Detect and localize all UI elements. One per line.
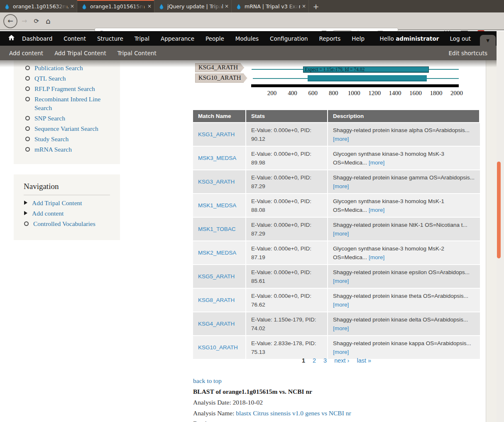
tab-close-icon[interactable]: × — [70, 3, 74, 9]
admin-menu-item[interactable]: People — [206, 35, 224, 42]
shortcut-item[interactable]: Tripal Content — [117, 50, 157, 56]
more-link[interactable]: [more] — [369, 254, 384, 260]
sidebar-search-link[interactable]: Recombinant Inbred Line Search — [34, 95, 116, 112]
admin-menu-item[interactable]: Modules — [235, 35, 259, 42]
pagination: 1 23 next › last » — [193, 357, 480, 364]
tab-title-fade — [133, 1, 144, 12]
admin-menu-item[interactable]: Structure — [97, 35, 123, 42]
list-item: mRNA Search — [25, 145, 116, 154]
more-link[interactable]: [more] — [333, 183, 349, 189]
list-item: Study Search — [25, 135, 116, 143]
match-name-link[interactable]: MSK3_MEDSA — [198, 155, 236, 161]
description-text: Shaggy-related protein kinase NtK-1 OS=N… — [333, 222, 467, 228]
match-name-link[interactable]: MSK2_MEDSA — [198, 250, 236, 256]
sidebar-search-link[interactable]: SNP Search — [34, 114, 65, 123]
hsp-bar[interactable]: Expect = 1.15e-179, Id = 74.02 — [303, 66, 428, 73]
more-link[interactable]: [more] — [333, 325, 349, 331]
table-row: KSG1_ARATH E-Value: 0.000e+0, PID: 90.12… — [193, 122, 480, 146]
admin-menu-item[interactable]: Content — [64, 35, 86, 42]
page-link[interactable]: 3 — [323, 357, 327, 364]
sidebar-search-link[interactable]: Sequence Variant Search — [34, 124, 98, 133]
sidebar-search-link[interactable]: mRNA Search — [34, 145, 72, 154]
tab-close-icon[interactable]: × — [302, 3, 306, 9]
content-edge-line — [486, 60, 486, 422]
match-name-link[interactable]: KSG8_ARATH — [198, 297, 235, 303]
hit-track-label[interactable]: KSG10_ARATH — [195, 74, 247, 83]
admin-menu-item[interactable]: Configuration — [270, 35, 308, 42]
table-row: MSK3_MEDSA E-Value: 0.000e+0, PID: 89.98… — [193, 146, 480, 169]
home-button[interactable]: ⌂ — [46, 17, 50, 25]
match-name-link[interactable]: KSG1_ARATH — [198, 131, 235, 137]
last-page-link[interactable]: last » — [357, 357, 371, 364]
axis-tick-label: 1600 — [409, 90, 422, 97]
back-to-top-link[interactable]: back to top — [193, 377, 222, 385]
admin-menu-item[interactable]: Appearance — [161, 35, 194, 42]
browser-tab[interactable]: orange1.1g015615m | Tri × — [77, 0, 154, 12]
admin-menu-item[interactable]: Help — [352, 35, 365, 42]
match-name-link[interactable]: MSK1_TOBAC — [198, 226, 236, 232]
scrollbar-thumb[interactable] — [497, 162, 501, 258]
shortcut-item[interactable]: Add Tripal Content — [54, 50, 106, 56]
admin-menu-item[interactable]: Reports — [319, 35, 341, 42]
back-button[interactable]: ← — [3, 14, 17, 28]
reload-button[interactable]: ⟳ — [34, 17, 39, 25]
sidebar-search-link[interactable]: Publication Search — [34, 64, 83, 72]
browser-tab[interactable]: mRNA | Tripal v3 Exampl × — [232, 0, 309, 12]
sidebar-nav-link[interactable]: Add content — [32, 209, 64, 218]
hsp-bar[interactable] — [308, 75, 427, 81]
browser-tab[interactable]: orange1.1g015632m.g | T × — [0, 0, 77, 12]
axis-tick-label: 400 — [288, 90, 297, 97]
nav-bullet — [24, 201, 27, 205]
description-text: Shaggy-related protein kinase kappa OS=A… — [333, 340, 471, 346]
match-name-link[interactable]: KSG4_ARATH — [198, 321, 235, 327]
stats-cell: E-Value: 0.000e+0, PID: 88.08 — [246, 193, 328, 217]
browser-tab[interactable]: jQuery update | Tripal v3 × — [154, 0, 232, 12]
hit-track-label[interactable]: KSG4_ARATH — [195, 63, 244, 72]
more-link[interactable]: [more] — [369, 159, 384, 166]
more-link[interactable]: [more] — [333, 136, 349, 142]
hsp-tooltip: Expect = 1.15e-179, Id = 74.02 — [305, 67, 365, 72]
axis-tick-label: 800 — [329, 90, 338, 97]
list-item: RFLP Fragment Search — [25, 84, 116, 93]
sidebar-nav-link[interactable]: Controlled Vocabularies — [33, 219, 95, 228]
axis-tick-label: 200 — [267, 90, 277, 97]
more-link[interactable]: [more] — [333, 278, 349, 284]
caret-down-icon: ▼ — [486, 38, 489, 43]
sidebar-search-link[interactable]: Study Search — [34, 135, 69, 143]
scrollbar-track[interactable] — [497, 31, 504, 422]
admin-menu-item[interactable]: Tripal — [135, 35, 149, 42]
more-link[interactable]: [more] — [369, 207, 384, 213]
tab-close-icon[interactable]: × — [225, 3, 229, 9]
analysis-name-link[interactable]: blastx Citrus sinensis v1.0 genes vs NCB… — [236, 410, 351, 417]
admin-menu-item[interactable]: Dashboard — [22, 35, 52, 42]
admin-home-icon[interactable] — [8, 35, 15, 42]
edit-shortcuts-link[interactable]: Edit shortcuts — [449, 46, 487, 60]
more-link[interactable]: [more] — [333, 231, 349, 237]
drupal-favicon-icon — [159, 3, 164, 9]
blast-results-table: Match NameStatsDescription KSG1_ARATH E-… — [193, 110, 480, 359]
tab-title-fade — [210, 1, 221, 12]
match-name-link[interactable]: KSG10_ARATH — [198, 344, 238, 351]
list-item: Add content — [24, 209, 116, 218]
tab-close-icon[interactable]: × — [147, 3, 152, 9]
description-text: Shaggy-related protein kinase theta OS=A… — [333, 293, 468, 299]
match-name-link[interactable]: MSK1_MEDSA — [198, 202, 236, 209]
sidebar-search-link[interactable]: RFLP Fragment Search — [34, 84, 95, 93]
more-link[interactable]: [more] — [333, 302, 349, 308]
shortcut-item[interactable]: Add content — [9, 50, 43, 56]
list-item: Recombinant Inbred Line Search — [25, 95, 116, 112]
match-name-link[interactable]: KSG5_ARATH — [198, 273, 235, 280]
sidebar-search-link[interactable]: QTL Search — [34, 74, 66, 83]
column-header: Description — [328, 110, 480, 122]
toolbar-toggle-button[interactable]: ▼ — [480, 35, 496, 46]
logout-link[interactable]: Log out — [450, 35, 471, 42]
sidebar-nav-link[interactable]: Add Tripal Content — [32, 199, 82, 207]
next-page-link[interactable]: next › — [334, 357, 349, 364]
more-link[interactable]: [more] — [333, 349, 349, 355]
page-link[interactable]: 2 — [313, 357, 316, 364]
new-tab-button[interactable]: + — [309, 0, 323, 12]
match-name-link[interactable]: KSG3_ARATH — [198, 179, 235, 185]
blast-heading: BLAST of orange1.1g015615m vs. NCBI nr — [193, 388, 312, 395]
forward-button[interactable]: → — [22, 17, 27, 25]
column-header: Match Name — [193, 110, 246, 122]
